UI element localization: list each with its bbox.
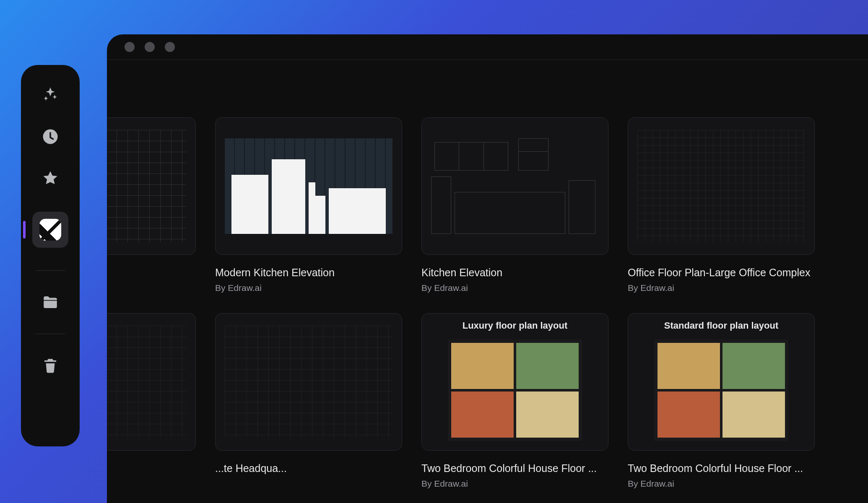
sidebar-item-trash[interactable] [42,357,59,374]
template-card[interactable]: ...te Headqua... [215,313,402,489]
sparkle-icon [42,86,59,104]
template-title: ...te Headqua... [215,462,402,474]
template-thumbnail: Standard floor plan layout [628,313,815,451]
sidebar-divider [36,270,65,271]
app-logo-icon [39,219,61,241]
template-thumbnail [215,313,402,451]
sidebar-item-folder[interactable] [42,293,59,311]
template-title: Office Floor Plan-Large Office Complex [628,267,815,279]
template-card[interactable]: Luxury floor plan layout Two Bedroom Col… [421,313,608,489]
sidebar-item-recent[interactable] [42,128,59,145]
template-author: By Edraw.ai [421,479,608,489]
template-author: By Edraw.ai [215,283,402,293]
clock-icon [42,128,59,145]
template-card[interactable]: Office Floor Plan-Large Office Complex B… [628,117,815,293]
traffic-light-minimize[interactable] [145,42,155,52]
template-grid: ...t Office Lay... Modern Kitchen Elevat… [107,64,868,503]
sidebar-dock [21,65,80,446]
template-author: By Edraw.ai [628,283,815,293]
template-thumbnail [215,117,402,255]
template-title: Kitchen Elevation [421,267,608,279]
folder-icon [42,293,59,311]
traffic-light-close[interactable] [125,42,135,52]
app-window: ...t Office Lay... Modern Kitchen Elevat… [107,34,868,503]
thumbnail-caption: Standard floor plan layout [664,320,779,331]
sidebar-item-sparkle[interactable] [42,86,59,104]
template-thumbnail [107,117,196,255]
template-author: By Edraw.ai [628,479,815,489]
template-author: By Edra... [107,479,196,489]
sidebar-divider [36,334,65,334]
window-divider [107,60,868,60]
template-thumbnail [628,117,815,255]
window-titlebar [107,34,868,60]
traffic-light-maximize[interactable] [165,42,175,52]
template-thumbnail: Luxury floor plan layout [421,313,608,451]
template-card[interactable]: Standard floor plan layout Two Bedroom C… [628,313,815,489]
template-card[interactable]: Modern Kitchen Elevation By Edraw.ai [215,117,402,293]
template-card[interactable]: ...t Office Lay... [107,117,196,293]
template-title: Office F... [107,462,196,474]
template-title: ...t Office Lay... [107,267,196,279]
template-title: Two Bedroom Colorful House Floor ... [628,462,815,474]
template-card[interactable]: Office F... By Edra... [107,313,196,489]
sidebar-item-favorites[interactable] [42,170,59,187]
trash-icon [42,357,59,374]
template-thumbnail [107,313,196,451]
template-card[interactable]: Kitchen Elevation By Edraw.ai [421,117,608,293]
template-author: By Edraw.ai [421,283,608,293]
template-title: Modern Kitchen Elevation [215,267,402,279]
thumbnail-caption: Luxury floor plan layout [463,320,568,331]
star-icon [42,170,59,187]
sidebar-item-templates[interactable] [32,212,68,248]
template-thumbnail [421,117,608,255]
template-title: Two Bedroom Colorful House Floor ... [421,462,608,474]
